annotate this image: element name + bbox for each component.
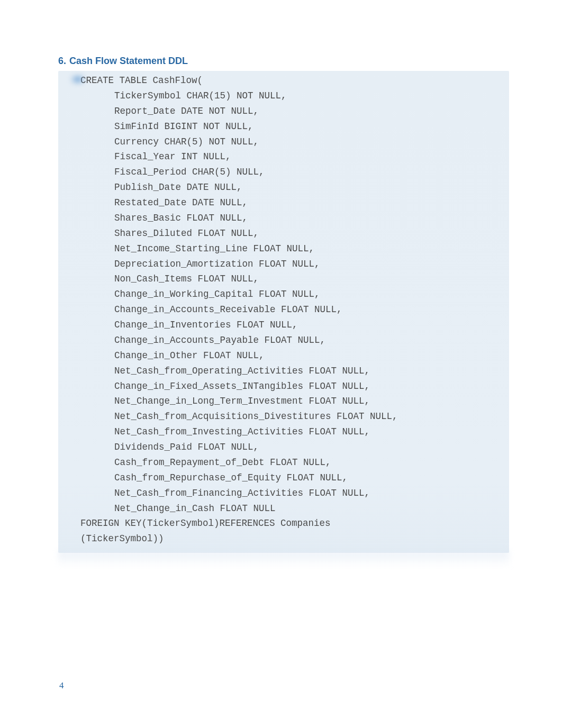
code-line: Change_in_Other FLOAT NULL,	[114, 350, 265, 361]
code-block-wrapper: CREATE TABLE CashFlow( TickerSymbol CHAR…	[58, 71, 509, 567]
code-line: Currency CHAR(5) NOT NULL,	[114, 136, 259, 147]
code-line: Net_Cash_from_Operating_Activities FLOAT…	[114, 366, 370, 376]
code-line: Shares_Diluted FLOAT NULL,	[114, 228, 259, 239]
code-line: Non_Cash_Items FLOAT NULL,	[114, 274, 259, 284]
code-line: SimFinId BIGINT NOT NULL,	[114, 121, 253, 132]
code-line: Net_Change_in_Long_Term_Investment FLOAT…	[114, 396, 370, 406]
code-line: Cash_from_Repurchase_of_Equity FLOAT NUL…	[114, 472, 348, 483]
code-line: TickerSymbol CHAR(15) NOT NULL,	[114, 90, 287, 101]
code-line: CREATE TABLE CashFlow(	[80, 75, 203, 86]
code-line: Net_Income_Starting_Line FLOAT NULL,	[114, 243, 314, 254]
code-line: Net_Change_in_Cash FLOAT NULL	[114, 503, 276, 514]
section-heading: 6.Cash Flow Statement DDL	[58, 56, 509, 67]
code-line: Restated_Date DATE NULL,	[114, 197, 248, 208]
page-number: 4	[59, 680, 64, 691]
code-line: Publish_Date DATE NULL,	[114, 182, 242, 193]
code-line: Shares_Basic FLOAT NULL,	[114, 213, 248, 223]
sql-code-block: CREATE TABLE CashFlow( TickerSymbol CHAR…	[58, 71, 509, 553]
blur-overlay-icon	[70, 74, 86, 85]
code-line: Dividends_Paid FLOAT NULL,	[114, 442, 259, 452]
heading-title: Cash Flow Statement DDL	[69, 56, 188, 66]
code-line: Report_Date DATE NOT NULL,	[114, 106, 259, 116]
code-line: Net_Cash_from_Financing_Activities FLOAT…	[114, 488, 370, 498]
code-line: Depreciation_Amortization FLOAT NULL,	[114, 259, 320, 269]
code-line: Change_in_Inventories FLOAT NULL,	[114, 320, 298, 330]
code-line: Cash_from_Repayment_of_Debt FLOAT NULL,	[114, 457, 331, 468]
code-line: Change_in_Working_Capital FLOAT NULL,	[114, 289, 320, 299]
code-line: Change_in_Accounts_Receivable FLOAT NULL…	[114, 304, 342, 315]
code-line: Net_Cash_from_Investing_Activities FLOAT…	[114, 426, 370, 437]
code-line: FOREIGN KEY(TickerSymbol)REFERENCES Comp…	[80, 518, 331, 529]
code-line: Fiscal_Year INT NULL,	[114, 151, 231, 162]
code-line: (TickerSymbol))	[80, 533, 164, 544]
bottom-blur-overlay	[58, 551, 509, 567]
code-line: Fiscal_Period CHAR(5) NULL,	[114, 167, 265, 177]
document-page: 6.Cash Flow Statement DDL CREATE TABLE C…	[0, 0, 562, 588]
code-line: Change_in_Accounts_Payable FLOAT NULL,	[114, 335, 325, 345]
code-line: Change_in_Fixed_Assets_INTangibles FLOAT…	[114, 381, 370, 392]
code-line: Net_Cash_from_Acquisitions_Divestitures …	[114, 411, 398, 422]
heading-number: 6.	[58, 56, 66, 66]
